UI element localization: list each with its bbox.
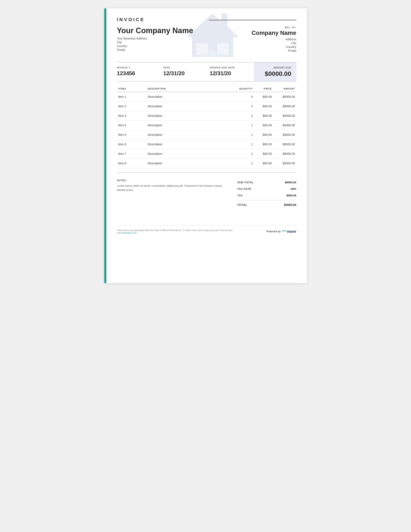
total-value: $0000.00 [284,203,296,207]
header-divider [209,20,296,20]
tax-rate-label: TAX RATE [237,187,252,190]
legal-link[interactable]: waveapps.com [121,231,137,234]
item-quantity-4: 1 [235,130,254,140]
powered-by-label: Powered by [266,230,280,233]
item-description-0: Description [147,92,235,102]
meta-amount: AMOUNT DUE $0000.00 [254,63,296,81]
due-date-value: 12/31/20 [210,70,250,77]
item-price-7: $00.00 [254,159,273,168]
invoice-page: INVOICE Your Company Name Your Business … [104,9,307,283]
from-info: Your Company Name Your Business Address … [117,26,193,52]
item-description-7: Description [147,159,235,168]
item-name-2: Item 3 [117,111,147,121]
meta-inner: INVOICE # 123456 DATE 12/31/20 INVOICE D… [117,63,296,81]
from-postal: Postal [117,48,193,52]
table-row: Item 1 Description 3 $00.00 $0000.00 [117,92,296,102]
item-price-2: $00.00 [254,111,273,121]
company-info-row: Your Company Name Your Business Address … [117,26,296,53]
date-label: DATE [163,66,204,69]
totals-divider [237,200,296,200]
bill-to-address: Address [252,38,296,41]
notes-text: Lorem ipsum dolor sit amet, consectetur … [117,184,223,192]
notes-block: NOTES: Lorem ipsum dolor sit amet, conse… [117,179,223,192]
meta-invoice-num: INVOICE # 123456 [117,66,161,77]
item-quantity-7: 1 [235,159,254,168]
item-name-1: Item 2 [117,102,147,111]
item-price-4: $00.00 [254,130,273,140]
due-date-label: INVOICE DUE DATE [210,66,250,69]
item-description-3: Description [147,121,235,130]
wave-logo: 〰 wave [282,229,296,234]
header-top: INVOICE [117,17,296,22]
col-header-amount: AMOUNT [273,86,296,92]
item-name-6: Item 7 [117,149,147,159]
subtotal-row: SUB-TOTAL $0000.00 [237,179,296,186]
bill-to-city: City [252,41,296,45]
table-header-row: ITEMS DESCRIPTION QUANTITY PRICE AMOUNT [117,86,296,92]
invoice-num-label: INVOICE # [117,66,157,69]
item-price-6: $00.00 [254,149,273,159]
tax-row: TAX $000.00 [237,192,296,199]
tax-label: TAX [237,194,243,197]
item-name-5: Item 6 [117,140,147,149]
item-description-5: Description [147,140,235,149]
col-header-price: PRICE [254,86,273,92]
header-section: INVOICE Your Company Name Your Business … [117,9,296,57]
table-row: Item 3 Description 3 $00.00 $0000.00 [117,111,296,121]
meta-due-date: INVOICE DUE DATE 12/31/20 [208,66,254,77]
items-table: ITEMS DESCRIPTION QUANTITY PRICE AMOUNT … [117,86,296,168]
bill-to-company-name: Company Name [252,29,296,36]
item-quantity-3: 1 [235,121,254,130]
wave-icon: 〰 [282,229,286,234]
item-quantity-5: 1 [235,140,254,149]
item-description-1: Description [147,102,235,111]
bill-to-block: BILL TO: Company Name Address City Count… [252,26,296,53]
bill-to-postal: Postal [252,49,296,52]
invoice-num-value: 123456 [117,70,157,77]
bottom-bar: This invoice was generated with the help… [117,225,296,238]
meta-section: INVOICE # 123456 DATE 12/31/20 INVOICE D… [117,62,296,82]
item-price-3: $00.00 [254,121,273,130]
table-row: Item 8 Description 1 $00.00 $0000.00 [117,159,296,168]
item-description-6: Description [147,149,235,159]
powered-by: Powered by 〰 wave [266,229,296,234]
totals-block: SUB-TOTAL $0000.00 TAX RATE 00% TAX $000… [237,179,296,208]
svg-point-6 [218,53,225,57]
amount-due-value: $0000.00 [259,70,291,77]
table-row: Item 4 Description 1 $00.00 $0000.00 [117,121,296,130]
item-quantity-2: 3 [235,111,254,121]
item-name-3: Item 4 [117,121,147,130]
notes-label: NOTES: [117,179,223,182]
item-name-7: Item 8 [117,159,147,168]
from-city: City [117,40,193,44]
bill-to-label: BILL TO: [252,26,296,29]
item-quantity-1: 2 [235,102,254,111]
from-country: Country [117,44,193,48]
table-row: Item 7 Description 1 $00.00 $0000.00 [117,149,296,159]
item-amount-4: $0000.00 [273,130,296,140]
total-row: TOTAL $0000.00 [237,201,296,208]
item-quantity-0: 3 [235,92,254,102]
from-company-name: Your Company Name [117,26,193,35]
table-row: Item 2 Description 2 $00.00 $0000.00 [117,102,296,111]
table-row: Item 6 Description 1 $00.00 $0000.00 [117,140,296,149]
item-amount-6: $0000.00 [273,149,296,159]
footer-section: NOTES: Lorem ipsum dolor sit amet, conse… [117,172,296,212]
brand-name: wave [287,229,296,234]
meta-left: INVOICE # 123456 DATE 12/31/20 INVOICE D… [117,63,254,81]
tax-rate-value: 00% [291,187,296,190]
meta-date: DATE 12/31/20 [161,66,208,77]
item-amount-3: $0000.00 [273,121,296,130]
item-amount-5: $0000.00 [273,140,296,149]
item-description-4: Description [147,130,235,140]
item-price-0: $00.00 [254,92,273,102]
table-row: Item 5 Description 1 $00.00 $0000.00 [117,130,296,140]
tax-rate-row: TAX RATE 00% [237,186,296,192]
tax-value: $000.00 [286,194,296,197]
amount-due-label: AMOUNT DUE [259,66,291,69]
item-amount-2: $0000.00 [273,111,296,121]
item-quantity-6: 1 [235,149,254,159]
item-price-1: $00.00 [254,102,273,111]
item-name-4: Item 5 [117,130,147,140]
items-section: ITEMS DESCRIPTION QUANTITY PRICE AMOUNT … [117,82,296,172]
